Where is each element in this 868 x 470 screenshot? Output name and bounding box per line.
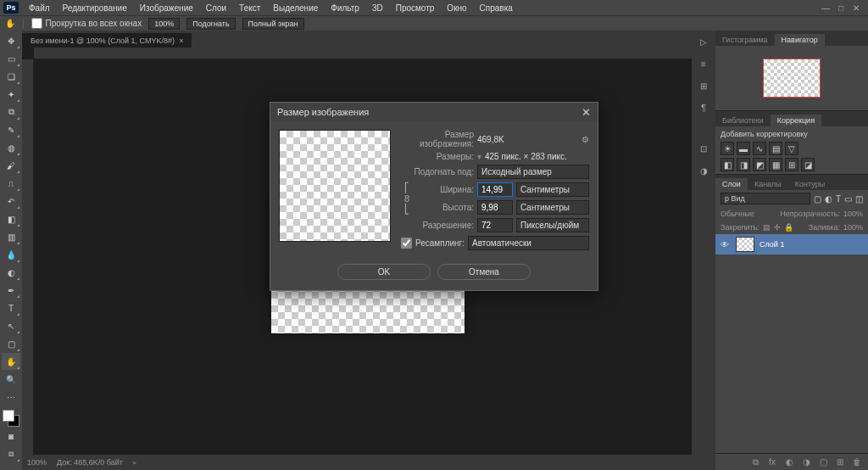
tab-layers[interactable]: Слои bbox=[715, 178, 748, 190]
mask-icon[interactable]: ◐ bbox=[783, 456, 795, 468]
history-panel-icon[interactable]: ▷ bbox=[696, 34, 711, 49]
menu-select[interactable]: Выделение bbox=[267, 2, 324, 14]
gradient-tool[interactable]: ▥ bbox=[2, 228, 20, 245]
tab-histogram[interactable]: Гистограмма bbox=[715, 34, 775, 46]
filter-smart-icon[interactable]: ◫ bbox=[855, 194, 863, 204]
marquee-tool[interactable]: ▭ bbox=[2, 50, 20, 67]
color-swatch[interactable] bbox=[3, 410, 19, 427]
tab-navigator[interactable]: Навигатор bbox=[775, 34, 825, 46]
status-zoom[interactable]: 100% bbox=[27, 458, 47, 467]
crop-tool[interactable]: ⧉ bbox=[2, 104, 20, 120]
filter-shape-icon[interactable]: ▭ bbox=[844, 194, 852, 204]
new-layer-icon[interactable]: ⊞ bbox=[834, 456, 846, 468]
resolution-input[interactable] bbox=[477, 218, 513, 232]
char-panel-icon[interactable]: ⊞ bbox=[696, 78, 711, 93]
close-icon[interactable]: ✕ bbox=[581, 106, 591, 119]
hand-tool[interactable]: ✋ bbox=[2, 353, 20, 370]
menu-text[interactable]: Текст bbox=[233, 2, 266, 14]
eyedropper-tool[interactable]: ✎ bbox=[2, 121, 20, 138]
menu-window[interactable]: Окно bbox=[441, 2, 472, 14]
adj-lookup[interactable]: ⊞ bbox=[785, 158, 798, 171]
menu-view[interactable]: Просмотр bbox=[390, 2, 441, 14]
layer-row[interactable]: 👁 Слой 1 bbox=[715, 234, 868, 255]
cancel-button[interactable]: Отмена bbox=[437, 264, 531, 280]
adj-photo[interactable]: ◩ bbox=[753, 158, 766, 171]
edit-toolbar[interactable]: ⋯ bbox=[2, 389, 20, 406]
resample-select[interactable]: Автоматически bbox=[468, 236, 589, 250]
height-unit-select[interactable]: Сантиметры bbox=[516, 200, 589, 215]
swatches-panel-icon[interactable]: ⊡ bbox=[696, 141, 711, 156]
dialog-titlebar[interactable]: Размер изображения ✕ bbox=[270, 103, 598, 121]
pen-tool[interactable]: ✒ bbox=[2, 282, 20, 299]
menu-3d[interactable]: 3D bbox=[366, 2, 389, 14]
width-unit-select[interactable]: Сантиметры bbox=[516, 182, 589, 197]
wand-tool[interactable]: ✦ bbox=[2, 86, 20, 103]
shape-tool[interactable]: ▢ bbox=[2, 335, 20, 352]
document-tab[interactable]: Без имени-1 @ 100% (Слой 1, CMYK/8#) × bbox=[22, 33, 192, 48]
scroll-all-checkbox[interactable]: Прокрутка во всех окнах bbox=[31, 18, 142, 29]
tab-paths[interactable]: Контуры bbox=[788, 178, 832, 190]
quickmask-toggle[interactable]: ◙ bbox=[2, 428, 20, 445]
window-close-icon[interactable]: ✕ bbox=[851, 3, 861, 13]
resolution-unit-select[interactable]: Пикселы/дюйм bbox=[516, 218, 589, 232]
fill-value[interactable]: 100% bbox=[843, 223, 863, 232]
tab-channels[interactable]: Каналы bbox=[748, 178, 788, 190]
screenmode-toggle[interactable]: ⧈ bbox=[2, 445, 20, 462]
dodge-tool[interactable]: ◐ bbox=[2, 264, 20, 281]
history-brush-tool[interactable]: ↶ bbox=[2, 193, 20, 210]
opacity-value[interactable]: 100% bbox=[843, 210, 863, 218]
tab-adjustments[interactable]: Коррекция bbox=[771, 115, 821, 126]
layer-thumbnail[interactable] bbox=[736, 237, 754, 252]
width-input[interactable] bbox=[477, 182, 513, 197]
adj-brightness[interactable]: ☀ bbox=[721, 142, 734, 155]
path-tool[interactable]: ↖ bbox=[2, 317, 20, 334]
link-icon[interactable]: ⎡8⎣ bbox=[401, 182, 413, 215]
lasso-tool[interactable]: ❏ bbox=[2, 68, 20, 85]
delete-icon[interactable]: 🗑 bbox=[851, 456, 863, 468]
blend-mode-select[interactable]: Обычные bbox=[721, 210, 776, 218]
adj-exposure[interactable]: ▤ bbox=[769, 142, 782, 155]
adj-curves[interactable]: ∿ bbox=[753, 142, 766, 155]
layer-filter-select[interactable]: p Вид bbox=[721, 193, 810, 204]
zoom-field[interactable]: 100% bbox=[148, 18, 180, 30]
layer-visibility-icon[interactable]: 👁 bbox=[719, 240, 731, 249]
lock-pixels-icon[interactable]: ▤ bbox=[763, 223, 771, 232]
zoom-tool[interactable]: 🔍 bbox=[2, 371, 20, 388]
text-tool[interactable]: T bbox=[2, 299, 20, 316]
menu-image[interactable]: Изображение bbox=[134, 2, 199, 14]
lock-all-icon[interactable]: 🔒 bbox=[784, 223, 793, 232]
actions-panel-icon[interactable]: ≡ bbox=[696, 56, 711, 71]
adj-levels[interactable]: ▬ bbox=[737, 142, 750, 155]
resample-checkbox[interactable] bbox=[401, 238, 412, 249]
gear-icon[interactable]: ⚙ bbox=[581, 135, 589, 144]
menu-edit[interactable]: Редактирование bbox=[57, 2, 133, 14]
lock-position-icon[interactable]: ✢ bbox=[774, 223, 781, 232]
menu-file[interactable]: Файл bbox=[23, 2, 56, 14]
brushes-panel-icon[interactable]: ◑ bbox=[696, 163, 711, 178]
navigator-thumbnail[interactable] bbox=[763, 59, 821, 98]
adj-vibrance[interactable]: ▽ bbox=[785, 142, 798, 155]
layer-name-label[interactable]: Слой 1 bbox=[760, 240, 784, 249]
adj-hue[interactable]: ◧ bbox=[721, 158, 734, 171]
tab-libraries[interactable]: Библиотеки bbox=[715, 115, 771, 126]
para-panel-icon[interactable]: ¶ bbox=[696, 100, 711, 115]
fullscreen-button[interactable]: Полный экран bbox=[242, 18, 304, 30]
menu-layers[interactable]: Слои bbox=[200, 2, 232, 14]
brush-tool[interactable]: 🖌 bbox=[2, 157, 20, 174]
window-maximize-icon[interactable]: □ bbox=[836, 3, 846, 13]
adj-mixer[interactable]: ▦ bbox=[769, 158, 782, 171]
group-icon[interactable]: ▢ bbox=[817, 456, 829, 468]
move-tool[interactable]: ✥ bbox=[2, 32, 20, 49]
navigator-panel[interactable] bbox=[715, 46, 868, 110]
height-input[interactable] bbox=[477, 200, 513, 215]
fit-button[interactable]: Подогнать bbox=[186, 18, 235, 30]
heal-tool[interactable]: ◍ bbox=[2, 139, 20, 156]
adjustment-icon[interactable]: ◑ bbox=[800, 456, 812, 468]
filter-adj-icon[interactable]: ◐ bbox=[825, 194, 832, 204]
adj-invert[interactable]: ◪ bbox=[801, 158, 815, 171]
filter-txt-icon[interactable]: T bbox=[836, 194, 841, 204]
adj-bw[interactable]: ◨ bbox=[737, 158, 750, 171]
stamp-tool[interactable]: ⎍ bbox=[2, 175, 20, 192]
window-minimize-icon[interactable]: — bbox=[821, 3, 831, 13]
menu-filter[interactable]: Фильтр bbox=[325, 2, 365, 14]
